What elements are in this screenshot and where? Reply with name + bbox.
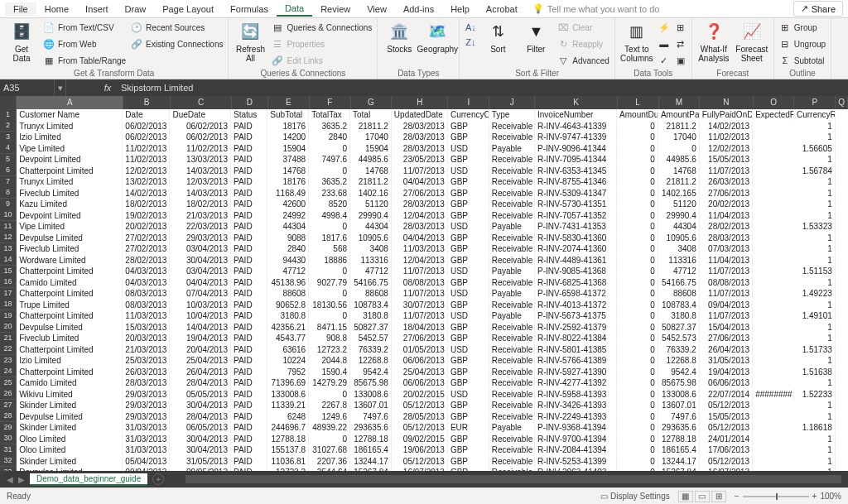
cell[interactable]: 94430: [267, 255, 309, 266]
cell[interactable]: Payable: [489, 310, 535, 321]
cell[interactable]: Izio Limited: [17, 355, 123, 366]
cell[interactable]: 15/04/2013: [700, 322, 753, 333]
cell[interactable]: USD: [448, 143, 489, 154]
cell[interactable]: 113316: [350, 255, 392, 266]
cell[interactable]: 0: [617, 422, 658, 433]
cell[interactable]: 10/03/2013: [170, 300, 231, 310]
flash-fill[interactable]: ⚡: [658, 20, 670, 35]
cell[interactable]: 3408: [350, 243, 392, 254]
cell[interactable]: 0: [617, 322, 658, 333]
rowhdr-26[interactable]: 26: [0, 388, 17, 400]
cell[interactable]: PAID: [231, 322, 267, 333]
cell[interactable]: GBP: [448, 121, 489, 132]
cell[interactable]: Receivable: [489, 389, 535, 400]
cell[interactable]: 11/07/2013: [392, 166, 448, 176]
cell[interactable]: Chatterpoint Limited: [17, 344, 123, 355]
cell[interactable]: USD: [448, 221, 489, 232]
cell[interactable]: Trupe Limited: [17, 300, 123, 310]
cell[interactable]: 88608: [658, 288, 700, 299]
cell[interactable]: R-INV-4643-41339: [535, 121, 617, 132]
header-cell[interactable]: Status: [231, 109, 267, 120]
cell[interactable]: 37488: [267, 154, 309, 165]
cell[interactable]: GBP: [448, 367, 489, 377]
cell[interactable]: 15/03/2013: [123, 322, 170, 333]
cell[interactable]: Receivable: [489, 456, 535, 467]
cell[interactable]: 0: [617, 210, 658, 221]
cell[interactable]: 1.51733: [794, 344, 836, 355]
cell[interactable]: 1.52233: [794, 389, 836, 400]
cell[interactable]: 44304: [350, 221, 392, 232]
cell[interactable]: 12268.8: [658, 355, 700, 366]
cell[interactable]: 28/04/2013: [170, 377, 231, 388]
existing-connections[interactable]: 🔗Existing Connections: [131, 36, 223, 51]
rowhdr-11[interactable]: 11: [0, 221, 17, 233]
cell[interactable]: 1: [794, 255, 836, 266]
cell[interactable]: 1.51153: [794, 266, 836, 276]
cell[interactable]: 28/03/2013: [392, 221, 448, 232]
tab-formulas[interactable]: Formulas: [222, 2, 277, 16]
cell[interactable]: 26/04/2013: [170, 367, 231, 377]
sheet-nav-next[interactable]: ▶: [18, 475, 25, 484]
cell[interactable]: R-INV-8755-41346: [535, 176, 617, 187]
cell[interactable]: 11/04/2013: [700, 255, 753, 266]
tab-insert[interactable]: Insert: [77, 2, 117, 16]
cell[interactable]: 54166.75: [350, 277, 392, 288]
remove-duplicates[interactable]: ▬: [658, 36, 670, 51]
cell[interactable]: 47712: [658, 266, 700, 276]
header-cell[interactable]: Type: [489, 109, 535, 120]
cell[interactable]: Trunyx Limited: [17, 121, 123, 132]
cell[interactable]: 11/07/2013: [700, 266, 753, 276]
rowhdr-30[interactable]: 30: [0, 433, 17, 444]
zoom-out[interactable]: −: [735, 492, 740, 501]
cell[interactable]: Receivable: [489, 132, 535, 142]
cell[interactable]: Oloo Limited: [17, 444, 123, 455]
cell[interactable]: 22/07/2014: [700, 389, 753, 400]
cell[interactable]: 28/03/2013: [123, 377, 170, 388]
group-rows[interactable]: ⊞Group: [779, 20, 826, 35]
cell[interactable]: GBP: [448, 355, 489, 366]
cell[interactable]: 0: [309, 166, 350, 176]
cell[interactable]: PAID: [231, 176, 267, 187]
cell[interactable]: USD: [448, 166, 489, 176]
cell[interactable]: 18/04/2013: [392, 322, 448, 333]
rowhdr-21[interactable]: 21: [0, 333, 17, 344]
tab-file[interactable]: File: [5, 2, 36, 16]
cell[interactable]: 05/04/2013: [123, 456, 170, 467]
cell[interactable]: Chatterpoint Limited: [17, 310, 123, 321]
cell[interactable]: 11/07/2013: [392, 266, 448, 276]
cell[interactable]: 88608: [267, 288, 309, 299]
cell[interactable]: 14279.29: [309, 377, 350, 388]
cell[interactable]: R-INV-5253-41399: [535, 456, 617, 467]
rowhdr-22[interactable]: 22: [0, 343, 17, 355]
cell[interactable]: 63616: [267, 344, 309, 355]
cell[interactable]: 1.49223: [794, 288, 836, 299]
cell[interactable]: 12/04/2013: [392, 210, 448, 221]
cell[interactable]: PAID: [231, 233, 267, 243]
colhdr-F[interactable]: F: [310, 96, 351, 109]
cell[interactable]: 0: [617, 154, 658, 165]
cell[interactable]: 31027.68: [309, 444, 350, 455]
rowhdr-13[interactable]: 13: [0, 243, 17, 255]
filter-button[interactable]: ▼Filter: [519, 20, 552, 54]
cell[interactable]: 18/02/2013: [170, 199, 231, 209]
cell[interactable]: 1.49101: [794, 310, 836, 321]
cell[interactable]: 1.51638: [794, 367, 836, 377]
cell[interactable]: 1: [794, 188, 836, 199]
cell[interactable]: EUR: [448, 422, 489, 433]
cell[interactable]: 25/04/2013: [392, 367, 448, 377]
cell[interactable]: 14/03/2013: [170, 188, 231, 199]
cell[interactable]: 0: [617, 411, 658, 422]
cell[interactable]: 50827.37: [658, 322, 700, 333]
cell[interactable]: 21811.2: [658, 176, 700, 187]
cell[interactable]: PAID: [231, 243, 267, 254]
cell[interactable]: 108783.4: [658, 300, 700, 310]
recent-sources[interactable]: 🕑Recent Sources: [131, 20, 223, 35]
cell[interactable]: 27/06/2013: [700, 333, 753, 343]
cell[interactable]: 28/03/2013: [392, 121, 448, 132]
sheet-tab[interactable]: Demo_data_beginner_guide: [30, 473, 147, 486]
formula-value[interactable]: Skipstorm Limited: [116, 83, 198, 93]
cell[interactable]: 20/04/2013: [170, 344, 231, 355]
cell[interactable]: 50827.37: [350, 322, 392, 333]
cell[interactable]: GBP: [448, 322, 489, 333]
cell[interactable]: 08/08/2013: [700, 277, 753, 288]
